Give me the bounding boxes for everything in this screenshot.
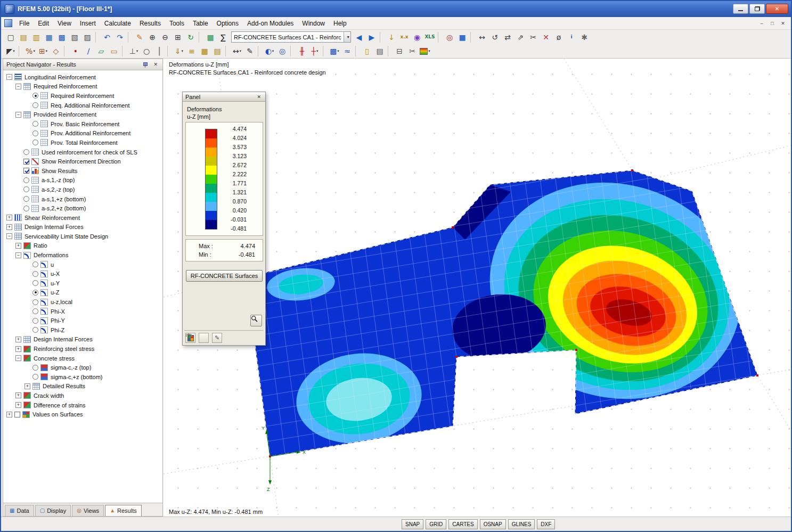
status-toggle-snap[interactable]: SNAP	[402, 519, 423, 529]
radio-unselected[interactable]	[23, 196, 29, 202]
undo-button[interactable]: ↶	[101, 31, 113, 43]
mdi-restore-button[interactable]: □	[767, 19, 777, 28]
close-button[interactable]: ✕	[766, 4, 788, 14]
tree-item[interactable]: +Difference of strains	[4, 400, 162, 410]
tree-item[interactable]: a-s,2,-z (top)	[4, 185, 162, 194]
tree-expander-closed[interactable]: +	[15, 392, 21, 398]
panel-title-bar[interactable]: Panel ✕	[183, 92, 265, 102]
new-member-button[interactable]: │	[153, 45, 166, 58]
section-cut-button[interactable]: ✂	[406, 45, 419, 58]
new-file-button[interactable]: ▢	[4, 31, 17, 43]
save-button[interactable]: ▦	[43, 31, 55, 43]
radio-selected[interactable]	[32, 93, 38, 99]
print-graphic-button[interactable]: ◎	[443, 31, 456, 43]
redo-button[interactable]: ↷	[113, 31, 126, 43]
show-loads-button[interactable]: ↓	[385, 31, 398, 43]
tree-expander-closed[interactable]: +	[15, 243, 21, 249]
zoom-out-button[interactable]: ⊖	[159, 31, 172, 43]
menu-item-edit[interactable]: Edit	[34, 18, 53, 29]
work-plane-button[interactable]: ⊞▾	[37, 45, 50, 58]
tree-item[interactable]: u-X	[4, 269, 162, 279]
menu-item-options[interactable]: Options	[213, 18, 243, 29]
restore-button[interactable]	[749, 4, 765, 14]
radio-unselected[interactable]	[32, 299, 38, 305]
tree-item[interactable]: Prov. Total Reinforcement	[4, 138, 162, 148]
visibility-mode-button[interactable]: ◐▾	[263, 45, 276, 58]
tree-item[interactable]: +Reinforcing steel stress	[4, 344, 162, 354]
radio-unselected[interactable]	[23, 206, 29, 211]
tree-item[interactable]: +Detailed Results	[4, 382, 162, 391]
tree-item[interactable]: Used reinforcement for check of SLS	[4, 148, 162, 157]
trim-button[interactable]: ✂	[527, 31, 540, 43]
menu-item-calculate[interactable]: Calculate	[100, 18, 135, 29]
tree-item[interactable]: Phi-Z	[4, 325, 162, 335]
module-select-combo[interactable]: RF-CONCRETE Surfaces CA1 - Reinforc ▼	[231, 31, 351, 43]
tree-expander-closed[interactable]: +	[25, 383, 30, 389]
results-display-dropdown-arrow[interactable]: ▾	[337, 49, 339, 53]
new-support-dropdown-arrow[interactable]: ▾	[136, 49, 138, 53]
tree-item[interactable]: sigma-c,+z (bottom)	[4, 372, 162, 382]
menu-item-window[interactable]: Window	[298, 18, 329, 29]
new-node-button[interactable]: •	[69, 45, 82, 58]
tree-item[interactable]: Prov. Additional Reinforcement	[4, 129, 162, 138]
visibility-mode-dropdown-arrow[interactable]: ▾	[272, 49, 274, 53]
tree-expander-closed[interactable]: +	[15, 402, 21, 408]
snap-settings-dropdown-arrow[interactable]: ▾	[33, 49, 35, 53]
print-button[interactable]: ▧	[68, 31, 81, 43]
move-copy-button[interactable]: ↔	[476, 31, 488, 43]
menu-item-view[interactable]: View	[53, 18, 76, 29]
tree-expander-open[interactable]: −	[6, 74, 12, 80]
graphics-area[interactable]: Deformations u-Z [mm] RF-CONCRETE Surfac…	[164, 59, 791, 519]
open-project-button[interactable]: ▥	[30, 31, 43, 43]
tab-data[interactable]: ▦Data	[5, 505, 34, 516]
status-toggle-grid[interactable]: GRID	[426, 519, 446, 529]
dimension-dropdown-arrow[interactable]: ▾	[240, 49, 242, 53]
tree-item[interactable]: −Longitudinal Reinforcement	[4, 72, 162, 82]
status-toggle-cartes[interactable]: CARTES	[448, 519, 477, 529]
member-load-button[interactable]: ≡	[185, 45, 198, 58]
checkbox-checked[interactable]	[23, 159, 29, 165]
radio-unselected[interactable]	[32, 327, 38, 333]
tree-expander-open[interactable]: −	[15, 355, 21, 361]
radio-selected[interactable]	[32, 290, 38, 296]
next-result-button[interactable]: ▶	[365, 31, 378, 43]
mirror-button[interactable]: ⇄	[501, 31, 514, 43]
measure-button[interactable]: ø	[552, 31, 565, 43]
radio-unselected[interactable]	[32, 140, 38, 145]
menu-item-results[interactable]: Results	[135, 18, 165, 29]
tree-item[interactable]: +Values on Surfaces	[4, 410, 162, 419]
tree-item[interactable]: +Design Internal Forces	[4, 335, 162, 345]
select-objects-button[interactable]: ◤▾	[4, 45, 17, 58]
status-toggle-dxf[interactable]: DXF	[537, 519, 555, 529]
new-surface-button[interactable]: ▱	[95, 45, 108, 58]
status-toggle-osnap[interactable]: OSNAP	[480, 519, 506, 529]
calculation-button[interactable]: ∑	[217, 31, 230, 43]
tree-expander-open[interactable]: −	[15, 84, 21, 89]
tables-button[interactable]: ▦	[204, 31, 217, 43]
tree-item[interactable]: −Concrete stress	[4, 354, 162, 363]
tree-item[interactable]: −Serviceability Limit State Design	[4, 232, 162, 241]
tree-item[interactable]: +Crack width	[4, 391, 162, 400]
menu-item-add-on-modules[interactable]: Add-on Modules	[243, 18, 298, 29]
new-support-button[interactable]: ⊥▾	[127, 45, 140, 58]
tree-item[interactable]: +Shear Reinforcement	[4, 213, 162, 223]
info-button[interactable]: i	[565, 31, 578, 43]
clipping-plane-button[interactable]: ⊟	[393, 45, 406, 58]
new-opening-button[interactable]: ▭	[108, 45, 120, 58]
radio-unselected[interactable]	[32, 130, 38, 136]
user-view-button[interactable]: ◎	[276, 45, 289, 58]
combo-dropdown-icon[interactable]: ▼	[344, 32, 351, 42]
menu-item-table[interactable]: Table	[189, 18, 213, 29]
radio-unselected[interactable]	[32, 280, 38, 286]
excel-export-button[interactable]: XLS	[423, 31, 436, 43]
snap-settings-button[interactable]: %▾	[24, 45, 37, 58]
status-toggle-glines[interactable]: GLINES	[508, 519, 535, 529]
tree-item[interactable]: u-Z	[4, 288, 162, 298]
checkbox-unchecked[interactable]	[14, 412, 20, 418]
tree-item[interactable]: a-s,1,+z (bottom)	[4, 194, 162, 204]
plane-rotate-button[interactable]: ◇	[50, 45, 62, 58]
zoom-select-button[interactable]: ◉	[411, 31, 423, 43]
menu-item-file[interactable]: File	[15, 18, 34, 29]
surface-load-button[interactable]: ▦	[198, 45, 211, 58]
edit-mode-button[interactable]: ✎	[133, 31, 146, 43]
